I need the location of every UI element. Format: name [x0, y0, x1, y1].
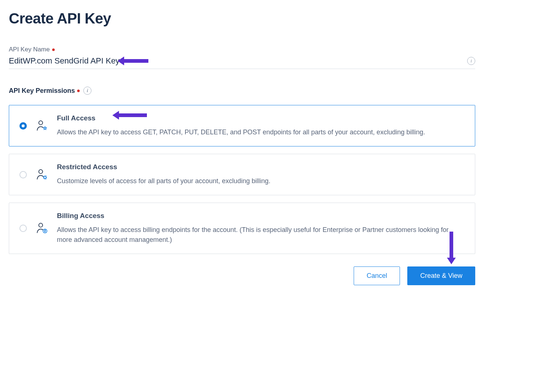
user-gear-icon [36, 168, 48, 181]
svg-point-0 [39, 121, 43, 125]
api-key-name-input[interactable] [9, 55, 467, 66]
radio-restricted-access[interactable] [19, 171, 27, 178]
radio-full-access[interactable] [19, 122, 27, 130]
permission-option-billing-access[interactable]: Billing Access Allows the API key to acc… [9, 203, 475, 254]
radio-billing-access[interactable] [19, 225, 27, 232]
svg-point-3 [39, 223, 43, 227]
user-star-icon [36, 120, 48, 132]
svg-point-1 [39, 170, 43, 174]
option-title: Restricted Access [57, 163, 465, 171]
info-icon[interactable]: i [83, 87, 91, 95]
option-title: Billing Access [57, 212, 465, 220]
option-description: Customize levels of access for all parts… [57, 176, 465, 186]
info-icon[interactable]: i [467, 57, 475, 65]
page-title: Create API Key [9, 10, 475, 27]
option-title: Full Access [57, 114, 465, 122]
api-key-name-label: API Key Name [9, 46, 475, 53]
required-indicator-icon [77, 90, 80, 92]
permission-option-restricted-access[interactable]: Restricted Access Customize levels of ac… [9, 154, 475, 195]
option-description: Allows the API key to access GET, PATCH,… [57, 127, 465, 137]
option-description: Allows the API key to access billing end… [57, 225, 465, 245]
permissions-section-label: API Key Permissions [9, 87, 75, 95]
api-key-name-label-text: API Key Name [9, 46, 50, 53]
user-dollar-icon [36, 222, 48, 235]
permission-option-full-access[interactable]: Full Access Allows the API key to access… [9, 105, 475, 146]
required-indicator-icon [52, 48, 55, 51]
cancel-button[interactable]: Cancel [354, 266, 400, 285]
create-and-view-button[interactable]: Create & View [407, 266, 475, 285]
